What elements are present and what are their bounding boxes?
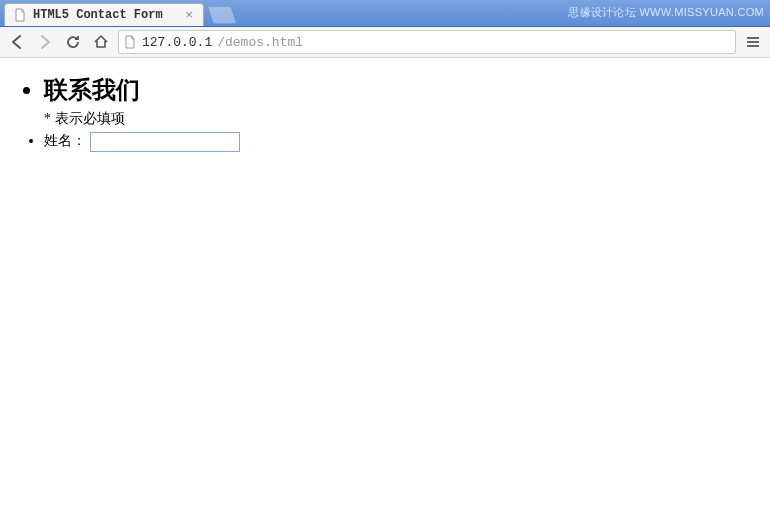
home-button[interactable] xyxy=(90,31,112,53)
url-path: /demos.html xyxy=(217,35,303,50)
page-heading: 联系我们 xyxy=(44,74,770,106)
required-fields-note: * 表示必填项 xyxy=(44,110,770,128)
new-tab-button[interactable] xyxy=(207,6,237,24)
address-bar[interactable]: 127.0.0.1/demos.html xyxy=(118,30,736,54)
watermark-brand: 思缘设计论坛 xyxy=(568,6,636,18)
svg-rect-0 xyxy=(747,37,759,39)
svg-rect-1 xyxy=(747,41,759,43)
tab-close-button[interactable]: × xyxy=(183,8,195,23)
back-button[interactable] xyxy=(6,31,28,53)
page-icon xyxy=(13,8,27,22)
watermark: 思缘设计论坛 WWW.MISSYUAN.COM xyxy=(568,5,764,20)
watermark-url: WWW.MISSYUAN.COM xyxy=(639,6,764,18)
page-icon xyxy=(123,35,137,49)
page-body: 联系我们 * 表示必填项 姓名： xyxy=(0,58,770,152)
reload-button[interactable] xyxy=(62,31,84,53)
name-label: 姓名： xyxy=(44,133,86,148)
form-row-name: 姓名： xyxy=(44,132,770,152)
tab-strip: HTML5 Contact Form × xyxy=(4,2,234,26)
browser-toolbar: 127.0.0.1/demos.html xyxy=(0,27,770,58)
forward-button[interactable] xyxy=(34,31,56,53)
svg-rect-2 xyxy=(747,45,759,47)
browser-tab-active[interactable]: HTML5 Contact Form × xyxy=(4,3,204,26)
browser-menu-button[interactable] xyxy=(742,31,764,53)
url-host: 127.0.0.1 xyxy=(142,35,212,50)
tab-title: HTML5 Contact Form xyxy=(33,8,177,22)
browser-tab-strip-region: HTML5 Contact Form × 思缘设计论坛 WWW.MISSYUAN… xyxy=(0,0,770,27)
name-input[interactable] xyxy=(90,132,240,152)
